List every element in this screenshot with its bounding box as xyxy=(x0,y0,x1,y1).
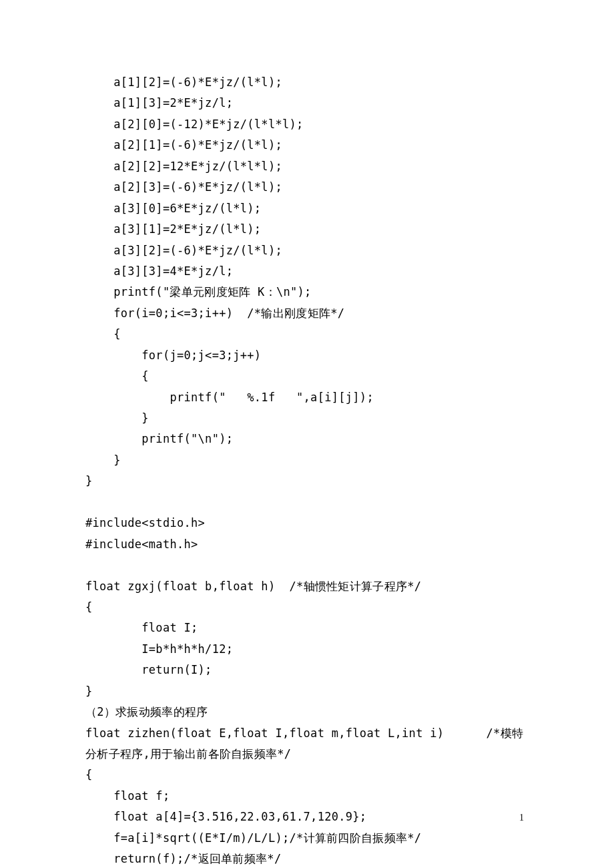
code-line: float a[4]={3.516,22.03,61.7,120.9}; xyxy=(85,810,366,823)
code-line: printf(" %.1f ",a[i][j]); xyxy=(85,391,374,404)
code-line: } xyxy=(85,453,121,467)
code-line: float zizhen(float E,float I,float m,flo… xyxy=(85,726,523,761)
code-line: } xyxy=(85,684,93,698)
code-line: a[3][1]=2*E*jz/(l*l); xyxy=(85,222,261,236)
code-line: { xyxy=(85,600,93,614)
code-line: } xyxy=(85,411,149,425)
code-line: f=a[i]*sqrt((E*I/m)/L/L);/*计算前四阶自振频率*/ xyxy=(85,831,421,845)
code-line: a[2][0]=(-12)*E*jz/(l*l*l); xyxy=(85,118,304,131)
code-line: a[3][0]=6*E*jz/(l*l); xyxy=(85,202,261,215)
page-number: 1 xyxy=(519,809,524,827)
code-line: a[2][3]=(-6)*E*jz/(l*l); xyxy=(85,180,282,194)
code-line: for(j=0;j<=3;j++) xyxy=(85,349,261,362)
code-line: （2）求振动频率的程序 xyxy=(85,705,208,718)
code-line: a[1][3]=2*E*jz/l; xyxy=(85,96,233,110)
code-line: a[3][3]=4*E*jz/l; xyxy=(85,264,233,278)
code-line: for(i=0;i<=3;i++) /*输出刚度矩阵*/ xyxy=(85,306,344,320)
code-line: printf("\n"); xyxy=(85,432,233,445)
code-line: float f; xyxy=(85,789,170,803)
code-line: float I; xyxy=(85,621,198,634)
code-line: #include<stdio.h> xyxy=(85,516,205,529)
code-line: return(I); xyxy=(85,663,212,676)
code-line: float zgxj(float b,float h) /*轴惯性矩计算子程序*… xyxy=(85,580,421,593)
code-line: a[1][2]=(-6)*E*jz/(l*l); xyxy=(85,75,282,89)
code-line: printf("梁单元刚度矩阵 K：\n"); xyxy=(85,285,312,298)
code-line: { xyxy=(85,369,149,383)
code-line: { xyxy=(85,768,93,781)
code-line: { xyxy=(85,327,121,341)
code-line: } xyxy=(85,474,93,487)
code-line: #include<math.h> xyxy=(85,537,198,551)
code-line: a[2][2]=12*E*jz/(l*l*l); xyxy=(85,160,282,173)
code-line: I=b*h*h*h/12; xyxy=(85,642,233,656)
code-line: a[3][2]=(-6)*E*jz/(l*l); xyxy=(85,244,282,257)
code-line: return(f);/*返回单前频率*/ xyxy=(85,852,281,865)
code-page: a[1][2]=(-6)*E*jz/(l*l); a[1][3]=2*E*jz/… xyxy=(0,0,614,868)
code-line: a[2][1]=(-6)*E*jz/(l*l); xyxy=(85,138,282,152)
